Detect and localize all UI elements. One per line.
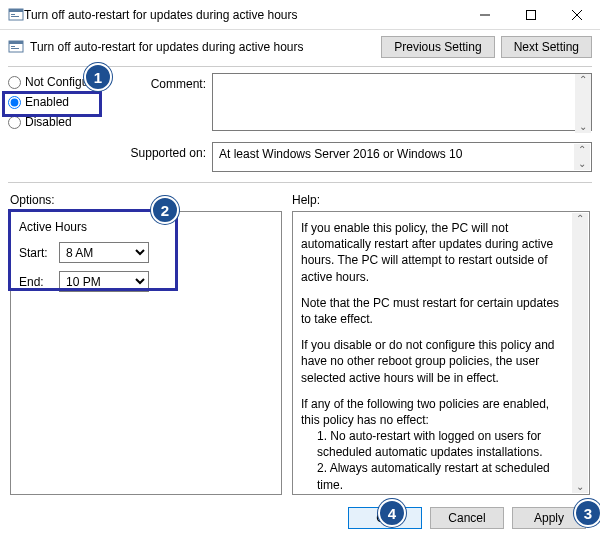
supported-on-text: At least Windows Server 2016 or Windows … [212,142,592,172]
policy-icon [8,7,24,23]
state-radio-group: Not Configured Enabled Disabled [8,73,118,176]
help-paragraph: 2. Always automatically restart at sched… [301,460,567,492]
divider [8,66,592,67]
start-label: Start: [19,246,53,260]
supported-label: Supported on: [126,142,206,160]
radio-enabled-label: Enabled [25,95,69,109]
close-button[interactable] [554,0,600,30]
help-paragraph: If you disable or do not configure this … [301,337,567,386]
previous-setting-button[interactable]: Previous Setting [381,36,494,58]
radio-not-configured-label: Not Configured [25,75,106,89]
radio-disabled[interactable]: Disabled [8,115,118,129]
help-paragraph: Note that the PC must restart for certai… [301,295,567,327]
help-pane: If you enable this policy, the PC will n… [292,211,590,495]
policy-icon [8,39,24,55]
active-hours-title: Active Hours [19,220,273,234]
svg-rect-2 [11,14,15,15]
help-label: Help: [292,193,320,207]
radio-disabled-label: Disabled [25,115,72,129]
options-pane: Active Hours Start: 8 AM End: 10 PM 2 [10,211,282,495]
help-paragraph: If any of the following two policies are… [301,396,567,428]
radio-enabled[interactable]: Enabled [8,95,118,109]
svg-rect-1 [9,9,23,12]
supported-on-value: At least Windows Server 2016 or Windows … [219,147,462,161]
end-label: End: [19,275,53,289]
options-label: Options: [10,193,292,207]
cancel-button[interactable]: Cancel [430,507,504,529]
radio-not-configured[interactable]: Not Configured [8,75,118,89]
scrollbar[interactable]: ⌃⌄ [574,144,590,170]
scrollbar[interactable]: ⌃⌄ [572,213,588,493]
title-bar: Turn off auto-restart for updates during… [0,0,600,30]
help-paragraph: 1. No auto-restart with logged on users … [301,428,567,460]
end-select[interactable]: 10 PM [59,271,149,292]
radio-not-configured-input[interactable] [8,76,21,89]
window-title: Turn off auto-restart for updates during… [24,8,462,22]
comment-input[interactable] [212,73,592,131]
policy-name: Turn off auto-restart for updates during… [30,40,303,54]
svg-rect-8 [11,48,19,49]
maximize-button[interactable] [508,0,554,30]
config-area: Not Configured Enabled Disabled Comment:… [0,69,600,180]
start-select[interactable]: 8 AM [59,242,149,263]
svg-rect-3 [11,16,19,17]
svg-rect-4 [527,10,536,19]
ok-button[interactable]: OK [348,507,422,529]
help-paragraph: If you enable this policy, the PC will n… [301,220,567,285]
divider [8,182,592,183]
svg-rect-6 [9,41,23,44]
pane-labels: Options: Help: [0,185,600,211]
subheader: Turn off auto-restart for updates during… [0,30,600,64]
scrollbar[interactable]: ⌃⌄ [575,74,591,133]
svg-rect-7 [11,46,15,47]
comment-label: Comment: [126,73,206,91]
minimize-button[interactable] [462,0,508,30]
panes: Active Hours Start: 8 AM End: 10 PM 2 If… [0,211,600,495]
radio-disabled-input[interactable] [8,116,21,129]
apply-button[interactable]: Apply [512,507,586,529]
dialog-footer: OK Cancel Apply 3 4 [0,495,600,529]
radio-enabled-input[interactable] [8,96,21,109]
next-setting-button[interactable]: Next Setting [501,36,592,58]
